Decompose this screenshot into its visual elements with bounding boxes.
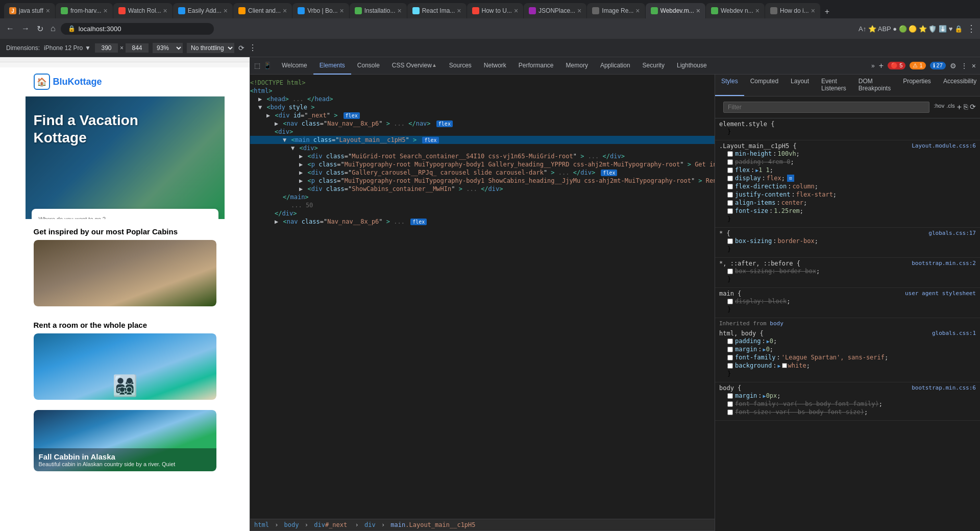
css-rule-checkbox[interactable] xyxy=(727,167,733,173)
breadcrumb-body[interactable]: body xyxy=(284,521,299,528)
tab-close-icon[interactable]: × xyxy=(283,7,287,15)
tab-security[interactable]: Security xyxy=(636,57,671,75)
tab-how-to-u[interactable]: How to U... × xyxy=(467,3,524,18)
css-rule-checkbox[interactable] xyxy=(727,176,733,181)
styles-tab-event-listeners[interactable]: Event Listeners xyxy=(815,75,852,96)
tab-close-icon[interactable]: × xyxy=(811,7,815,15)
tab-close-icon[interactable]: × xyxy=(457,7,461,15)
tree-line-div3[interactable]: ▼ <div> xyxy=(250,144,715,152)
add-rule-button[interactable]: + xyxy=(957,103,962,112)
styles-tab-styles[interactable]: Styles xyxy=(715,75,744,96)
tab-memory[interactable]: Memory xyxy=(560,57,594,75)
add-panel-icon[interactable]: + xyxy=(879,61,884,70)
tree-line-head[interactable]: ▶ <head> ... </head> xyxy=(250,95,715,103)
tab-close-icon[interactable]: × xyxy=(46,7,50,15)
devtools-inspect-icon[interactable]: ⬚ xyxy=(254,62,260,69)
tree-line-close-div[interactable]: </div> xyxy=(250,209,715,218)
css-source-link[interactable]: Layout.module.css:6 xyxy=(912,142,976,149)
styles-tab-properties[interactable]: Properties xyxy=(897,75,937,96)
tab-css-overview[interactable]: CSS Overview ▲ xyxy=(386,57,443,75)
tab-sources[interactable]: Sources xyxy=(443,57,478,75)
css-rule-checkbox[interactable] xyxy=(727,299,733,304)
tree-line-show-cabins-div[interactable]: ▶ <div class="ShowCabins_container__MwHI… xyxy=(250,185,715,193)
css-rule-checkbox[interactable] xyxy=(727,159,733,165)
css-source-link[interactable]: globals.css:17 xyxy=(928,230,976,236)
more-options-icon[interactable]: ⋮ xyxy=(249,43,257,53)
tree-line-html[interactable]: <html> xyxy=(250,87,715,95)
tab-close-icon[interactable]: × xyxy=(755,7,760,15)
throttle-selector[interactable]: No throttling Fast 3G Slow 3G xyxy=(187,43,234,53)
tab-jsonplace[interactable]: JSONPlace... × xyxy=(524,3,586,18)
height-input[interactable] xyxy=(126,43,149,53)
tree-line-main[interactable]: ▼ <main class="Layout_main__c1pH5" > fle… xyxy=(250,136,715,144)
tab-webdev-n[interactable]: Webdev n... × xyxy=(706,3,765,18)
tab-elements[interactable]: Elements xyxy=(313,57,351,75)
tree-line-carousel[interactable]: ▶ <div class="Gallery_carousel__RPJq_ ca… xyxy=(250,168,715,177)
css-rule-checkbox[interactable] xyxy=(727,355,733,360)
tab-close-icon[interactable]: × xyxy=(163,7,167,15)
width-input[interactable] xyxy=(95,43,118,53)
tree-line-gallery-heading[interactable]: ▶ <p class="MuiTypography-root MuiTypogr… xyxy=(250,160,715,168)
copy-icon[interactable]: ⎘ xyxy=(964,103,968,112)
css-rule-checkbox[interactable] xyxy=(727,339,733,344)
refresh-styles-icon[interactable]: ⟳ xyxy=(970,103,976,112)
css-rule-checkbox[interactable] xyxy=(727,393,733,399)
tab-application[interactable]: Application xyxy=(594,57,636,75)
close-devtools-icon[interactable]: × xyxy=(972,62,976,70)
styles-filter[interactable] xyxy=(723,102,929,113)
css-rule-checkbox[interactable] xyxy=(727,192,733,198)
hov-button[interactable]: :hov xyxy=(934,103,944,112)
more-devtools-icon[interactable]: ⋮ xyxy=(961,62,968,70)
tab-from-harv[interactable]: from-harv... × xyxy=(56,3,113,18)
tab-close-icon[interactable]: × xyxy=(577,7,581,15)
filter-input[interactable] xyxy=(728,104,925,111)
more-tabs-icon[interactable]: » xyxy=(871,62,875,69)
tree-line-body[interactable]: ▼ <body style > xyxy=(250,103,715,111)
inherited-body-link[interactable]: body xyxy=(770,320,783,327)
home-button[interactable]: ⌂ xyxy=(48,22,58,35)
styles-tab-dom-breakpoints[interactable]: DOM Breakpoints xyxy=(852,75,897,96)
back-button[interactable]: ← xyxy=(4,22,16,35)
css-rule-checkbox[interactable] xyxy=(727,184,733,189)
tab-watch-rol[interactable]: Watch Rol... × xyxy=(113,3,173,18)
css-rule-checkbox[interactable] xyxy=(727,151,733,157)
css-rule-checkbox[interactable] xyxy=(727,200,733,206)
tab-close-icon[interactable]: × xyxy=(635,7,640,15)
tab-vrbo[interactable]: Vrbo | Bo... × xyxy=(292,3,349,18)
tree-line-doctype[interactable]: <!DOCTYPE html> xyxy=(250,79,715,87)
tab-console[interactable]: Console xyxy=(351,57,386,75)
tab-network[interactable]: Network xyxy=(478,57,512,75)
tree-line-div2[interactable]: <div> xyxy=(250,128,715,136)
tab-how-do-i[interactable]: How do i... × xyxy=(765,3,820,18)
css-rule-checkbox[interactable] xyxy=(727,269,733,274)
css-rule-checkbox[interactable] xyxy=(727,208,733,214)
settings-icon[interactable]: ⚙ xyxy=(950,62,957,70)
tab-close-icon[interactable]: × xyxy=(397,7,401,15)
tab-close-icon[interactable]: × xyxy=(696,7,700,15)
css-rule-checkbox[interactable] xyxy=(727,347,733,352)
tree-line-ellipsis[interactable]: ... 50 xyxy=(250,201,715,209)
breadcrumb-div-next[interactable]: div#_next xyxy=(314,521,349,528)
tab-image-re[interactable]: Image Re... × xyxy=(587,3,645,18)
tree-line-show-cabins-p[interactable]: ▶ <p class="MuiTypography-root MuiTypogr… xyxy=(250,177,715,185)
tab-java-stuff[interactable]: J java stuff × xyxy=(4,3,55,18)
tree-line-close-main[interactable]: </main> xyxy=(250,193,715,201)
breadcrumb-html[interactable]: html xyxy=(254,521,269,528)
devtools-responsive-icon[interactable]: 📱 xyxy=(263,62,272,69)
css-source-link[interactable]: bootstrap.min.css:6 xyxy=(912,384,976,391)
css-rule-checkbox[interactable] xyxy=(727,363,733,369)
zoom-selector[interactable]: 93% 100% 75% xyxy=(153,43,183,53)
forward-button[interactable]: → xyxy=(19,22,32,35)
breadcrumb-div[interactable]: div xyxy=(364,521,376,528)
tree-line-nav2[interactable]: ▶ <nav class="Nav_nav__8x_p6" > ... flex xyxy=(250,218,715,226)
tab-close-icon[interactable]: × xyxy=(340,7,344,15)
tree-line-search-div[interactable]: ▶ <div class="MuiGrid-root Search_contai… xyxy=(250,152,715,160)
refresh-button[interactable]: ↻ xyxy=(35,22,45,36)
styles-tab-computed[interactable]: Computed xyxy=(744,75,785,96)
tab-close-icon[interactable]: × xyxy=(514,7,518,15)
tab-easily-add[interactable]: Easily Add... × xyxy=(173,3,233,18)
address-bar[interactable]: 🔒 localhost:3000 xyxy=(61,23,214,35)
cls-button[interactable]: .cls xyxy=(946,103,955,112)
menu-button[interactable]: ⋮ xyxy=(967,23,976,34)
tab-welcome[interactable]: Welcome xyxy=(276,57,313,75)
